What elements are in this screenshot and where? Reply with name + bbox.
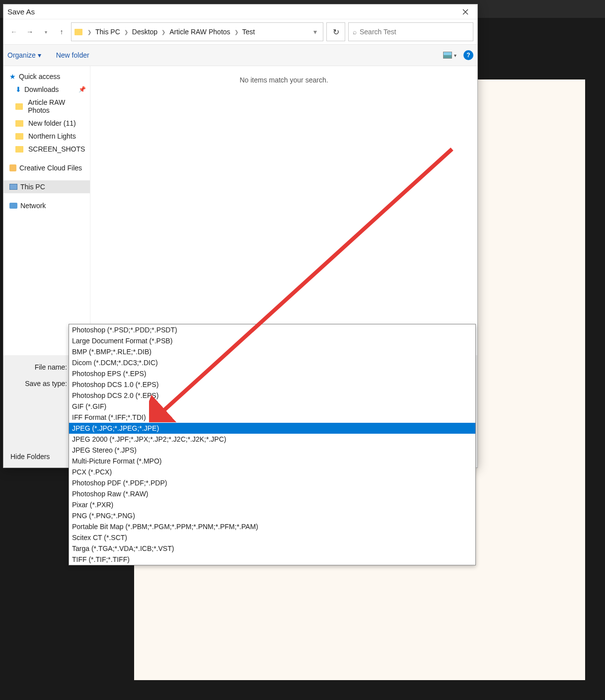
sidebar-item-downloads[interactable]: ⬇Downloads📌 <box>3 83 90 96</box>
download-icon: ⬇ <box>15 85 21 93</box>
sidebar-ccf[interactable]: Creative Cloud Files <box>3 161 90 174</box>
forward-button[interactable]: → <box>23 25 36 38</box>
chevron-right-icon: ❯ <box>232 29 240 35</box>
format-option[interactable]: BMP (*.BMP;*.RLE;*.DIB) <box>69 346 475 357</box>
dialog-title: Save As <box>5 7 455 16</box>
filename-label: File name: <box>10 363 72 371</box>
folder-icon <box>15 133 23 140</box>
organize-menu[interactable]: Organize ▾ <box>7 51 41 59</box>
sidebar-item-newfolder[interactable]: New folder (11) <box>3 117 90 130</box>
chevron-right-icon: ❯ <box>85 29 93 35</box>
crumb-article[interactable]: Article RAW Photos <box>168 28 231 36</box>
folder-icon <box>15 146 23 153</box>
savetype-dropdown[interactable]: Photoshop (*.PSD;*.PDD;*.PSDT)Large Docu… <box>69 324 476 565</box>
pin-icon: 📌 <box>78 86 86 93</box>
new-folder-button[interactable]: New folder <box>56 51 89 59</box>
crumb-thispc[interactable]: This PC <box>94 28 121 36</box>
titlebar: Save As <box>3 4 477 19</box>
savetype-label: Save as type: <box>10 380 72 388</box>
sidebar-quick-access[interactable]: ★Quick access <box>3 70 90 83</box>
format-option[interactable]: Photoshop EPS (*.EPS) <box>69 368 475 379</box>
chevron-right-icon: ❯ <box>159 29 167 35</box>
format-option[interactable]: Targa (*.TGA;*.VDA;*.ICB;*.VST) <box>69 543 475 554</box>
breadcrumb-dropdown[interactable]: ▾ <box>310 28 320 36</box>
format-option[interactable]: Photoshop DCS 2.0 (*.EPS) <box>69 390 475 401</box>
star-icon: ★ <box>9 73 16 80</box>
up-button[interactable]: ↑ <box>55 25 68 38</box>
format-option[interactable]: Large Document Format (*.PSB) <box>69 335 475 346</box>
folder-icon <box>15 120 23 127</box>
sidebar-network[interactable]: Network <box>3 199 90 212</box>
view-button[interactable]: ▾ <box>443 52 456 59</box>
format-option[interactable]: JPEG Stereo (*.JPS) <box>69 445 475 456</box>
toolbar: Organize ▾ New folder ▾ ? <box>3 44 477 66</box>
format-option[interactable]: JPEG 2000 (*.JPF;*.JPX;*.JP2;*.J2C;*.J2K… <box>69 434 475 445</box>
sidebar-item-article[interactable]: Article RAW Photos <box>3 96 90 117</box>
file-list-area: No items match your search. <box>90 66 477 355</box>
sidebar-item-screenshots[interactable]: SCREEN_SHOTS <box>3 143 90 156</box>
format-option[interactable]: Photoshop DCS 1.0 (*.EPS) <box>69 379 475 390</box>
format-option[interactable]: JPEG (*.JPG;*.JPEG;*.JPE) <box>69 423 475 434</box>
dialog-body: ★Quick access ⬇Downloads📌 Article RAW Ph… <box>3 66 477 355</box>
pc-icon <box>9 184 17 190</box>
nav-row: ← → ▾ ↑ ❯ This PC ❯ Desktop ❯ Article RA… <box>3 19 477 44</box>
network-icon <box>9 203 17 209</box>
history-dropdown[interactable]: ▾ <box>39 25 52 38</box>
breadcrumb[interactable]: ❯ This PC ❯ Desktop ❯ Article RAW Photos… <box>71 22 323 41</box>
refresh-button[interactable]: ↻ <box>326 22 345 41</box>
search-icon: ⌕ <box>353 28 357 36</box>
sidebar-thispc[interactable]: This PC <box>3 180 90 193</box>
chevron-right-icon: ❯ <box>122 29 130 35</box>
format-option[interactable]: GIF (*.GIF) <box>69 401 475 412</box>
crumb-test[interactable]: Test <box>241 28 256 36</box>
sidebar: ★Quick access ⬇Downloads📌 Article RAW Ph… <box>3 66 90 355</box>
format-option[interactable]: Photoshop PDF (*.PDF;*.PDP) <box>69 477 475 488</box>
format-option[interactable]: Scitex CT (*.SCT) <box>69 532 475 543</box>
folder-icon <box>15 103 23 110</box>
format-option[interactable]: Dicom (*.DCM;*.DC3;*.DIC) <box>69 357 475 368</box>
back-button[interactable]: ← <box>7 25 20 38</box>
cloud-files-icon <box>9 164 16 171</box>
format-option[interactable]: PCX (*.PCX) <box>69 467 475 477</box>
view-icon <box>443 52 452 59</box>
format-option[interactable]: TIFF (*.TIF;*.TIFF) <box>69 554 475 565</box>
format-option[interactable]: IFF Format (*.IFF;*.TDI) <box>69 412 475 423</box>
empty-message: No items match your search. <box>100 76 467 84</box>
format-option[interactable]: Pixar (*.PXR) <box>69 499 475 510</box>
folder-icon <box>75 29 82 35</box>
format-option[interactable]: Portable Bit Map (*.PBM;*.PGM;*.PPM;*.PN… <box>69 521 475 532</box>
sidebar-item-northern[interactable]: Northern Lights <box>3 130 90 143</box>
close-icon <box>462 9 468 15</box>
format-option[interactable]: PNG (*.PNG;*.PNG) <box>69 510 475 521</box>
crumb-desktop[interactable]: Desktop <box>131 28 158 36</box>
close-button[interactable] <box>455 5 475 19</box>
format-option[interactable]: Photoshop (*.PSD;*.PDD;*.PSDT) <box>69 324 475 335</box>
search-input[interactable] <box>360 28 469 36</box>
help-button[interactable]: ? <box>463 50 473 60</box>
format-option[interactable]: Multi-Picture Format (*.MPO) <box>69 456 475 467</box>
search-box[interactable]: ⌕ <box>348 22 473 41</box>
format-option[interactable]: Photoshop Raw (*.RAW) <box>69 488 475 499</box>
